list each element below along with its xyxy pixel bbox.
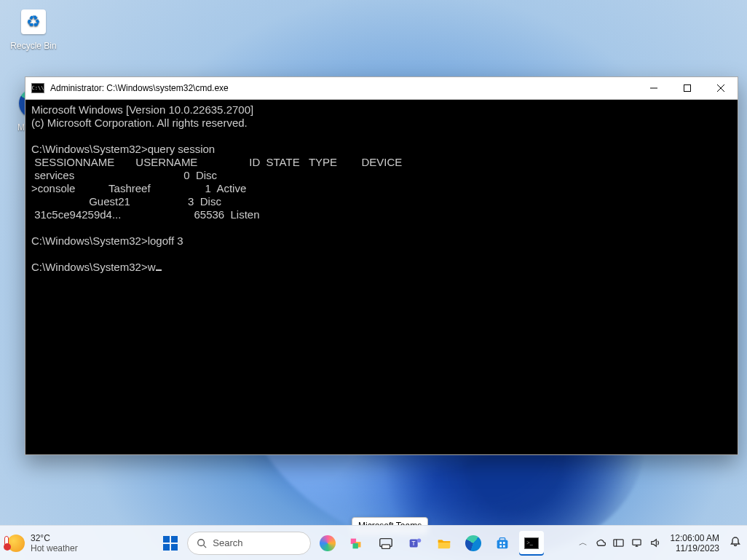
- weather-desc: Hot weather: [31, 543, 78, 553]
- teams-button[interactable]: T: [403, 531, 427, 556]
- titlebar[interactable]: C:\\ Administrator: C:\Windows\system32\…: [25, 77, 738, 100]
- taskbar: 32°C Hot weather Search T: [0, 525, 747, 560]
- cmd-icon: >_: [524, 537, 539, 549]
- recycle-icon: ♻: [26, 12, 41, 31]
- copilot-icon: [320, 535, 336, 551]
- task-view-button[interactable]: [374, 531, 398, 556]
- copilot-button[interactable]: [315, 531, 340, 556]
- svg-rect-1: [684, 85, 691, 92]
- task-view-icon: [378, 535, 394, 551]
- file-explorer-button[interactable]: [432, 531, 456, 556]
- clock-date: 11/19/2023: [671, 543, 719, 553]
- teams-icon: T: [407, 535, 423, 551]
- search-icon: [197, 538, 207, 548]
- svg-rect-22: [632, 540, 640, 545]
- clock-time: 12:06:00 AM: [671, 533, 719, 543]
- terminal-output[interactable]: Microsoft Windows [Version 10.0.22635.27…: [25, 100, 738, 454]
- recycle-bin-label: Recycle Bin: [6, 41, 61, 51]
- edge-icon: [465, 535, 481, 551]
- weather-icon: [7, 535, 25, 552]
- store-icon: [494, 535, 510, 551]
- weather-widget[interactable]: 32°C Hot weather: [0, 533, 124, 553]
- onedrive-tray-icon[interactable]: [595, 537, 606, 548]
- svg-rect-10: [382, 544, 390, 548]
- svg-point-12: [417, 538, 422, 543]
- store-button[interactable]: [490, 531, 515, 556]
- text-cursor: [156, 269, 162, 271]
- close-button[interactable]: [704, 77, 738, 100]
- search-input[interactable]: Search: [187, 532, 311, 555]
- start-button[interactable]: [158, 531, 183, 556]
- terminal-text: Microsoft Windows [Version 10.0.22635.27…: [31, 103, 402, 273]
- system-tray: ︿ 12:06:00 AM 11/19/2023: [579, 533, 747, 553]
- recycle-bin[interactable]: ♻ Recycle Bin: [6, 6, 61, 51]
- svg-rect-20: [614, 540, 623, 546]
- window-title: Administrator: C:\Windows\system32\cmd.e…: [50, 83, 229, 93]
- edge-taskbar-button[interactable]: [461, 531, 486, 556]
- cmd-window: C:\\ Administrator: C:\Windows\system32\…: [25, 76, 738, 455]
- weather-temp: 32°C: [31, 533, 78, 543]
- notifications-button[interactable]: [730, 536, 741, 551]
- svg-rect-16: [500, 542, 502, 544]
- taskbar-center: Search T >_: [124, 531, 579, 556]
- minimize-button[interactable]: [637, 77, 671, 100]
- folder-icon: [436, 535, 452, 551]
- clock[interactable]: 12:06:00 AM 11/19/2023: [668, 533, 722, 553]
- cmd-taskbar-button[interactable]: >_: [519, 531, 544, 556]
- svg-rect-19: [503, 545, 505, 547]
- svg-rect-14: [497, 540, 508, 548]
- colorful-app-icon: [349, 535, 365, 551]
- svg-rect-17: [503, 542, 505, 544]
- svg-text:T: T: [412, 540, 416, 546]
- pinned-app-1[interactable]: [344, 531, 369, 556]
- desktop[interactable]: ♻ Recycle Bin Microsoft Edge C:\\ Admini…: [0, 0, 747, 560]
- maximize-button[interactable]: [671, 77, 704, 100]
- tray-overflow-button[interactable]: ︿: [579, 537, 588, 549]
- network-tray-icon[interactable]: [631, 537, 642, 548]
- volume-tray-icon[interactable]: [649, 537, 660, 548]
- svg-rect-8: [353, 543, 358, 548]
- svg-line-5: [204, 545, 207, 548]
- svg-rect-15: [500, 537, 505, 540]
- bell-icon: [730, 536, 741, 548]
- svg-point-4: [198, 539, 205, 545]
- windows-logo-icon: [163, 536, 178, 551]
- search-placeholder: Search: [213, 537, 242, 548]
- svg-rect-18: [500, 545, 502, 547]
- cmd-app-icon: C:\\: [31, 83, 44, 93]
- language-tray-icon[interactable]: [613, 537, 624, 548]
- svg-rect-6: [351, 538, 356, 543]
